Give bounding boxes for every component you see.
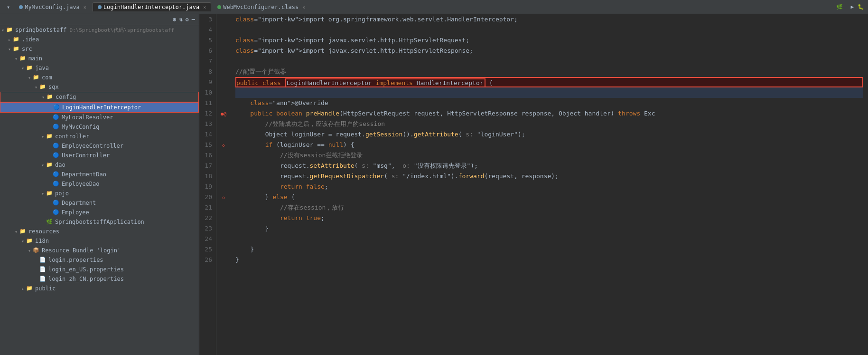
tree-item-src[interactable]: ▾📁src (0, 44, 199, 54)
gutter-icon-20[interactable]: ◇ (222, 195, 225, 200)
code-line-24 (235, 234, 863, 244)
code-line-12: public boolean preHandle(HttpServletRequ… (235, 108, 863, 119)
line-number-19: 19 (203, 182, 212, 192)
tree-icon-springbootstaffapplication: 🌿 (46, 218, 53, 226)
tree-icon-config: 📁 (46, 93, 54, 101)
tree-item-loginenprops[interactable]: 📄login_en_US.properties (0, 265, 199, 274)
sync-icon[interactable]: ⊕ (173, 16, 176, 23)
tree-item-loginprops[interactable]: 📄login.properties (0, 255, 199, 265)
tree-item-mylocalresolver[interactable]: 🔵MyLocalResolver (0, 113, 199, 122)
tree-icon-idea: 📁 (12, 36, 20, 43)
tree-icon-controller: 📁 (46, 133, 53, 140)
gutter-9 (216, 77, 231, 87)
line-number-12: 12 (203, 108, 212, 119)
tree-item-i18n[interactable]: ▾📁i18n (0, 236, 199, 246)
line-number-9: 9 (203, 77, 212, 87)
code-line-4 (235, 25, 863, 35)
tab-label-mymvcconfig: MyMvcConfig.java (25, 4, 80, 10)
code-line-11: class="ann">@Override (235, 98, 863, 108)
code-line-8: //配置一个拦截器 (235, 67, 863, 77)
tree-item-departmentdao[interactable]: 🔵DepartmentDao (0, 170, 199, 179)
tree-icon-loginprops: 📄 (39, 256, 47, 264)
code-line-17: request.setAttribute( s: "msg", o: "没有权限… (235, 161, 863, 171)
tree-label-resources: resources (28, 228, 59, 235)
tab-close-webmvc[interactable]: × (302, 5, 305, 10)
tree-item-loginzhprops[interactable]: 📄login_zh_CN.properties (0, 274, 199, 284)
code-line-15: if (loginUser == null) { (235, 140, 863, 150)
gutter-icon-15[interactable]: ◇ (222, 143, 225, 148)
line-gutter: ●@◇◇ (216, 14, 231, 355)
tree-item-resources[interactable]: ▾📁resources (0, 227, 199, 236)
code-line-13: //登陆成功之后，应该存在用户的session (235, 119, 863, 129)
line-number-4: 4 (203, 25, 212, 35)
tree-icon-employee: 🔵 (52, 209, 60, 216)
tree-icon-resources: 📁 (19, 228, 27, 235)
line-number-25: 25 (203, 244, 212, 255)
code-line-3: class="import-kw">import org.springframe… (235, 14, 863, 25)
gutter-10 (216, 87, 231, 98)
file-tree: ▾📁springbootstaffD:\Springboot\代码\spring… (0, 25, 199, 293)
collapse-icon[interactable]: ⇅ (179, 16, 182, 23)
tree-arrow-sqx: ▾ (33, 85, 39, 90)
gutter-13 (216, 119, 231, 129)
code-editor[interactable]: 3456789101112131415161718192021222324252… (199, 14, 868, 355)
gutter-21 (216, 202, 231, 213)
tree-item-springbootstaffapplication[interactable]: 🌿SpringbootstaffApplication (0, 217, 199, 227)
tab-webmvc[interactable]: WebMvcConfigurer.class× (212, 2, 310, 11)
tree-item-sqx[interactable]: ▾📁sqx (0, 82, 199, 92)
tree-item-controller[interactable]: ▾📁controller (0, 132, 199, 141)
tree-icon-departmentdao: 🔵 (52, 171, 60, 178)
tree-item-java[interactable]: ▾📁java (0, 63, 199, 73)
tree-icon-java: 📁 (26, 64, 33, 72)
code-lines: class="import-kw">import org.springframe… (231, 14, 868, 355)
tab-close-mymvcconfig[interactable]: × (84, 5, 86, 10)
tab-close-loginhandler[interactable]: × (203, 5, 206, 10)
tree-item-employeedao[interactable]: 🔵EmployeeDao (0, 179, 199, 189)
tree-item-dao[interactable]: ▾📁dao (0, 160, 199, 170)
tree-item-employee[interactable]: 🔵Employee (0, 208, 199, 217)
gutter-icon-12[interactable]: ●@ (221, 111, 226, 116)
tree-item-department[interactable]: 🔵Department (0, 198, 199, 208)
gutter-22 (216, 213, 231, 223)
gutter-12: ●@ (216, 108, 231, 119)
tree-item-idea[interactable]: ▸📁.idea (0, 35, 199, 44)
tree-item-loginhandlerinterceptor[interactable]: 🔵LoginHandlerInterceptor (0, 102, 199, 113)
tab-loginhandler[interactable]: LoginHandlerInterceptor.java× (93, 2, 211, 11)
tree-item-employeecontroller[interactable]: 🔵EmployeeController (0, 141, 199, 151)
sidebar: ⊕ ⇅ ⚙ — ▾📁springbootstaffD:\Springboot\代… (0, 14, 199, 355)
line-number-11: 11 (203, 98, 212, 108)
gutter-19 (216, 182, 231, 192)
line-number-20: 20 (203, 192, 212, 202)
tree-item-mymvcconfig[interactable]: 🔵MyMvcConfig (0, 122, 199, 132)
code-line-26: } (235, 255, 863, 265)
tree-item-usercontroller[interactable]: 🔵UserController (0, 151, 199, 160)
tree-arrow-springbootstaff: ▾ (0, 28, 6, 33)
code-line-5: class="import-kw">import javax.servlet.h… (235, 35, 863, 46)
tree-item-public[interactable]: ▸📁public (0, 284, 199, 293)
code-line-9: public class LoginHandlerInterceptor imp… (235, 77, 863, 87)
tree-label-pojo: pojo (55, 190, 69, 197)
project-label[interactable]: ▾ (4, 4, 10, 10)
tree-label-usercontroller: UserController (62, 152, 110, 159)
line-number-17: 17 (203, 161, 212, 171)
tab-mymvcconfig[interactable]: MyMvcConfig.java× (14, 2, 92, 11)
code-line-25: } (235, 244, 863, 255)
tree-label-i18n: i18n (35, 238, 49, 244)
gutter-6 (216, 46, 231, 56)
tree-icon-main: 📁 (19, 55, 27, 62)
code-line-10 (235, 87, 863, 98)
line-number-22: 22 (203, 213, 212, 223)
tree-item-springbootstaff[interactable]: ▾📁springbootstaffD:\Springboot\代码\spring… (0, 25, 199, 35)
gutter-20: ◇ (216, 192, 231, 202)
debug-icon[interactable]: 🐛 (858, 4, 864, 10)
minimize-icon[interactable]: — (192, 16, 195, 23)
run-icon[interactable]: ▶ (850, 4, 854, 10)
tree-item-com[interactable]: ▾📁com (0, 73, 199, 82)
tree-item-main[interactable]: ▾📁main (0, 54, 199, 63)
tab-dot-mymvcconfig (19, 5, 23, 9)
tree-item-resourcebundle[interactable]: ▾📦Resource Bundle 'login' (0, 246, 199, 255)
tree-icon-mymvcconfig: 🔵 (52, 123, 60, 131)
settings-icon[interactable]: ⚙ (186, 16, 189, 23)
tree-item-config[interactable]: ▾📁config (0, 92, 199, 102)
tree-item-pojo[interactable]: ▾📁pojo (0, 189, 199, 198)
